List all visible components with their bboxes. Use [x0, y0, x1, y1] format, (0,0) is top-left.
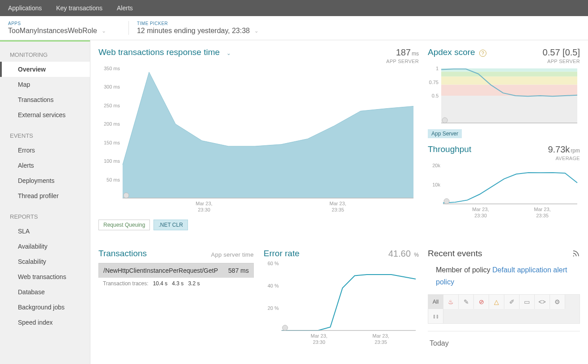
apdex-legend: App Server: [428, 129, 462, 138]
svg-text:23:35: 23:35: [375, 339, 387, 345]
chevron-down-icon: ⌄: [226, 50, 231, 56]
sidebar-item-availability[interactable]: Availability: [0, 239, 90, 254]
chevron-down-icon: ⌄: [254, 28, 259, 34]
pill-net-clr[interactable]: .NET CLR: [153, 220, 187, 230]
error-rate-chart[interactable]: 20 %40 %60 %Mar 23,23:30Mar 23,23:35: [264, 259, 418, 348]
app-picker[interactable]: APPS TooManyInstancesWebRole ⌄: [8, 21, 119, 35]
transaction-traces: Transaction traces: 10.4 s 4.3 s 3.2 s: [98, 278, 254, 287]
app-picker-kicker: APPS: [8, 21, 106, 26]
sidebar-item-overview[interactable]: Overview: [0, 62, 90, 77]
svg-point-26: [444, 199, 449, 204]
svg-text:Mar 23,: Mar 23,: [472, 207, 489, 212]
sidebar-item-sla[interactable]: SLA: [0, 224, 90, 239]
panel-throughput: Throughput 9.73krpm AVERAGE 10k20kMar 23…: [428, 144, 580, 222]
time-picker-value: 12 minutes ending yesterday, 23:38: [137, 27, 250, 35]
trace-link[interactable]: 10.4 s: [153, 280, 168, 287]
transaction-name: /NewHttpClientInstancePerRequest/GetP: [103, 267, 218, 274]
svg-text:40 %: 40 %: [268, 283, 279, 288]
sidebar-item-scalability[interactable]: Scalability: [0, 254, 90, 269]
svg-text:300 ms: 300 ms: [104, 84, 120, 89]
filter-gear-icon[interactable]: ⚙: [550, 295, 565, 309]
selector-bar: APPS TooManyInstancesWebRole ⌄ TIME PICK…: [0, 16, 588, 40]
svg-text:60 %: 60 %: [268, 261, 279, 266]
sidebar-section-reports: REPORTS: [0, 203, 90, 224]
svg-text:10k: 10k: [432, 182, 440, 187]
response-time-title-text: Web transactions response time: [98, 47, 220, 57]
throughput-title: Throughput: [428, 144, 471, 154]
filter-note-icon[interactable]: ✐: [504, 295, 520, 309]
sidebar-section-monitoring: MONITORING: [0, 42, 90, 62]
apdex-title: Apdex score ?: [428, 47, 486, 57]
svg-rect-14: [441, 72, 577, 76]
nav-key-transactions[interactable]: Key transactions: [56, 4, 103, 12]
sidebar-section-events: EVENTS: [0, 123, 90, 143]
svg-text:Mar 23,: Mar 23,: [329, 201, 346, 206]
sidebar-item-map[interactable]: Map: [0, 77, 90, 92]
sidebar-item-background-jobs[interactable]: Background jobs: [0, 300, 90, 315]
filter-error-icon[interactable]: ⊘: [474, 295, 489, 309]
response-time-title[interactable]: Web transactions response time ⌄: [98, 47, 231, 57]
filter-edit-icon[interactable]: ✎: [459, 295, 474, 309]
trace-link[interactable]: 4.3 s: [172, 280, 183, 287]
filter-fire-icon[interactable]: ♨: [443, 295, 459, 309]
svg-rect-17: [441, 96, 577, 123]
response-time-sub: APP SERVER: [386, 59, 419, 64]
svg-point-40: [573, 255, 574, 256]
svg-point-22: [442, 118, 447, 123]
chevron-down-icon: ⌄: [102, 28, 106, 34]
svg-point-35: [282, 325, 288, 330]
events-today-label: Today: [428, 331, 580, 356]
svg-text:23:30: 23:30: [313, 339, 325, 345]
event-filters: All ♨ ✎ ⊘ △ ✐ ▭ <> ⚙ ⫾⫾: [428, 294, 580, 324]
content: Web transactions response time ⌄ 187ms A…: [90, 40, 588, 364]
svg-text:150 ms: 150 ms: [104, 140, 120, 145]
rss-icon[interactable]: [572, 250, 580, 258]
nav-alerts[interactable]: Alerts: [117, 4, 133, 12]
svg-text:Mar 23,: Mar 23,: [311, 333, 327, 339]
svg-text:20 %: 20 %: [268, 305, 279, 311]
transaction-row[interactable]: /NewHttpClientInstancePerRequest/GetP 58…: [98, 263, 254, 278]
apdex-chart[interactable]: 0.50.751: [428, 64, 580, 127]
panel-apdex: Apdex score ? 0.57 [0.5] APP SERVER 0.50…: [428, 47, 580, 138]
svg-text:Mar 23,: Mar 23,: [534, 207, 550, 212]
response-time-value: 187ms: [386, 47, 419, 58]
svg-text:250 ms: 250 ms: [104, 103, 120, 108]
right-top-column: Apdex score ? 0.57 [0.5] APP SERVER 0.50…: [428, 47, 580, 241]
filter-monitor-icon[interactable]: ▭: [520, 295, 535, 309]
svg-text:23:30: 23:30: [198, 207, 210, 212]
svg-text:0.75: 0.75: [429, 80, 439, 85]
pill-request-queuing[interactable]: Request Queuing: [98, 220, 150, 230]
sidebar-item-alerts[interactable]: Alerts: [0, 158, 90, 173]
sidebar-item-external-services[interactable]: External services: [0, 107, 90, 123]
nav-applications[interactable]: Applications: [8, 4, 42, 12]
panel-transactions: Transactions App server time /NewHttpCli…: [98, 249, 254, 364]
sidebar-item-errors[interactable]: Errors: [0, 143, 90, 158]
svg-text:23:30: 23:30: [474, 213, 487, 218]
filter-code-icon[interactable]: <>: [535, 295, 550, 309]
svg-text:23:35: 23:35: [332, 207, 344, 212]
sidebar-item-transactions[interactable]: Transactions: [0, 92, 90, 107]
trace-link[interactable]: 3.2 s: [188, 280, 200, 287]
throughput-chart[interactable]: 10k20kMar 23,23:30Mar 23,23:35: [428, 161, 580, 222]
response-time-chart[interactable]: 50 ms100 ms150 ms200 ms250 ms300 ms350 m…: [98, 64, 416, 216]
filter-all[interactable]: All: [428, 295, 443, 309]
filter-warning-icon[interactable]: △: [489, 295, 504, 309]
sidebar-item-web-transactions[interactable]: Web transactions: [0, 269, 90, 284]
policy-text: Member of policy Default application ale…: [428, 258, 580, 294]
sidebar-item-speed-index[interactable]: Speed index: [0, 315, 90, 330]
transactions-title: Transactions: [98, 249, 147, 258]
svg-text:350 ms: 350 ms: [104, 66, 120, 71]
panel-response-time: Web transactions response time ⌄ 187ms A…: [98, 47, 419, 241]
sidebar-item-deployments[interactable]: Deployments: [0, 173, 90, 188]
transaction-time: 587 ms: [228, 267, 249, 274]
time-picker[interactable]: TIME PICKER 12 minutes ending yesterday,…: [128, 21, 272, 35]
sidebar-item-thread-profiler[interactable]: Thread profiler: [0, 188, 90, 203]
apdex-sub: APP SERVER: [543, 59, 580, 64]
recent-events-title: Recent events: [428, 249, 482, 258]
svg-text:0.5: 0.5: [432, 93, 439, 98]
panel-recent-events: Recent events Member of policy Default a…: [428, 249, 580, 364]
help-icon[interactable]: ?: [479, 50, 486, 57]
sidebar-item-database[interactable]: Database: [0, 284, 90, 300]
svg-text:50 ms: 50 ms: [107, 177, 120, 182]
filter-chart-icon[interactable]: ⫾⫾: [428, 309, 443, 323]
